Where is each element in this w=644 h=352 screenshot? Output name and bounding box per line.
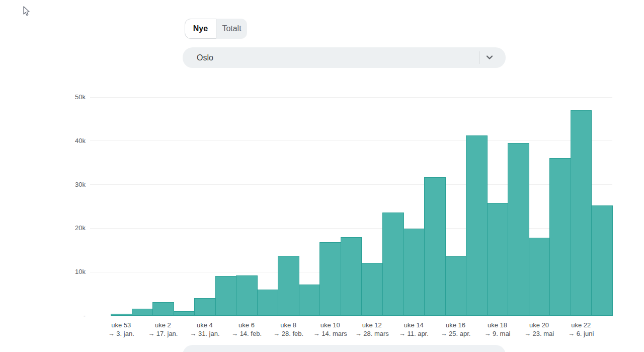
bar[interactable] — [111, 314, 132, 316]
bar[interactable] — [194, 298, 216, 316]
y-axis-label: 10k — [63, 268, 86, 276]
grid-line — [90, 184, 612, 185]
grid-line — [90, 228, 612, 229]
bar[interactable] — [466, 135, 488, 316]
y-axis-label: 30k — [63, 181, 86, 189]
grid-line — [90, 140, 612, 141]
bar[interactable] — [215, 276, 237, 316]
grid-line — [90, 97, 612, 98]
bar[interactable] — [299, 285, 320, 316]
y-axis-label: - — [63, 312, 86, 320]
bar[interactable] — [341, 237, 362, 316]
x-axis-label: uke 22→ 6. juni — [555, 321, 607, 338]
x-axis-week: uke 22 — [555, 321, 607, 329]
bar[interactable] — [424, 177, 446, 316]
bar[interactable] — [152, 302, 174, 316]
bar[interactable] — [529, 238, 550, 316]
bar[interactable] — [591, 205, 613, 316]
bar[interactable] — [132, 309, 153, 316]
bar[interactable] — [571, 110, 592, 316]
x-axis-date: → 6. juni — [555, 329, 607, 338]
bar[interactable] — [382, 213, 404, 316]
bar[interactable] — [362, 263, 383, 316]
y-axis-label: 40k — [63, 137, 86, 145]
bar[interactable] — [404, 229, 425, 316]
bottom-partial-dropdown[interactable] — [183, 345, 506, 352]
bar[interactable] — [319, 242, 341, 316]
bar[interactable] — [236, 275, 258, 316]
bar[interactable] — [445, 256, 467, 316]
bar-chart: -10k20k30k40k50kuke 53→ 3. jan.uke 2→ 17… — [0, 0, 644, 352]
bar[interactable] — [549, 158, 571, 316]
y-axis-label: 20k — [63, 224, 86, 232]
y-axis-label: 50k — [63, 93, 86, 101]
bar[interactable] — [487, 203, 509, 316]
bar[interactable] — [257, 290, 279, 316]
bar[interactable] — [278, 256, 299, 316]
bar[interactable] — [174, 311, 195, 316]
bar[interactable] — [508, 143, 529, 316]
